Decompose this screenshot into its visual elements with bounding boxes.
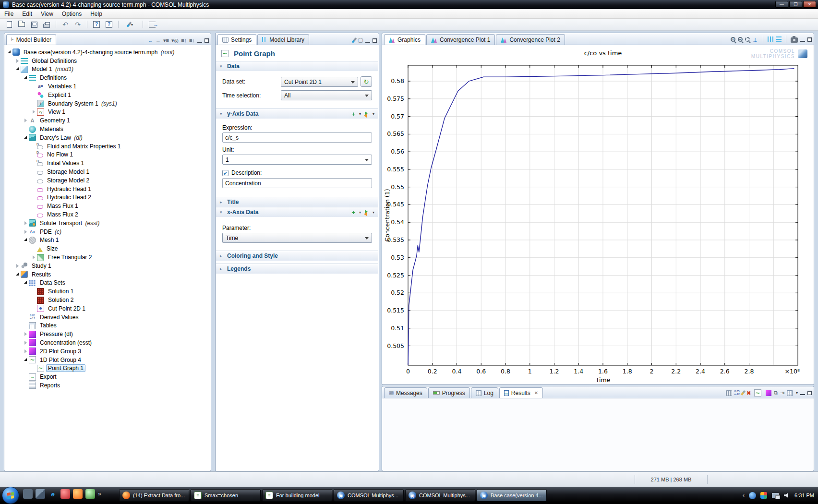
tree-item-materials[interactable]: Materials xyxy=(7,125,210,133)
expanded-arrow-icon[interactable] xyxy=(23,281,28,285)
expanded-arrow-icon[interactable] xyxy=(15,273,20,276)
data-set-combo[interactable]: Cut Point 2D 1 xyxy=(281,77,358,87)
table-graph-icon[interactable] xyxy=(754,389,761,396)
minimize-button[interactable]: — xyxy=(775,1,788,8)
save-button[interactable] xyxy=(29,20,39,29)
description-checkbox[interactable]: ✔ xyxy=(222,170,229,176)
x-grid-icon[interactable] xyxy=(776,36,782,42)
tree-item-solution-2[interactable]: Solution 2 xyxy=(7,296,210,304)
export-table-icon[interactable]: ⇥ xyxy=(780,390,784,396)
red-app-icon[interactable] xyxy=(60,489,70,499)
redo-button[interactable]: ↷ xyxy=(72,20,83,29)
plot-dataset-button[interactable]: ↻ xyxy=(361,76,372,87)
full-precision-icon[interactable] xyxy=(787,390,793,396)
tree-item-fluid-and-matrix-properties-1[interactable]: Fluid and Matrix Properties 1 xyxy=(7,142,210,151)
forward-arrow-icon[interactable]: → xyxy=(156,38,161,43)
tree-item-data-sets[interactable]: Data Sets xyxy=(7,279,210,288)
tree-item-view-1[interactable]: View 1 xyxy=(7,108,210,117)
menu-help[interactable]: Help xyxy=(86,10,107,18)
collapsed-arrow-icon[interactable] xyxy=(31,255,36,259)
tree-item-point-graph-1[interactable]: Point Graph 1 xyxy=(7,364,210,372)
menu-options[interactable]: Options xyxy=(58,10,86,18)
tree-item-boundary-system-1[interactable]: Boundary System 1 (sys1) xyxy=(7,99,210,108)
tree-item-solute-transport[interactable]: Solute Transport (esst) xyxy=(7,219,210,228)
network-icon[interactable] xyxy=(771,492,779,499)
quick-launch-overflow-icon[interactable]: » xyxy=(98,491,101,497)
expanded-arrow-icon[interactable] xyxy=(23,238,28,242)
tree-item-reports[interactable]: Reports xyxy=(7,381,210,390)
panel-maximize-icon[interactable] xyxy=(807,37,812,42)
menu-file[interactable]: File xyxy=(0,10,18,18)
tree-item-pde[interactable]: PDE (c) xyxy=(7,228,210,236)
add-expression-icon[interactable]: + xyxy=(351,209,355,216)
panel-maximize-icon[interactable] xyxy=(807,391,812,395)
delete-icon[interactable]: ✖ xyxy=(746,390,751,396)
tree-item-pressure-dl[interactable]: Pressure (dl) xyxy=(7,330,210,338)
documentation-button[interactable]: ? xyxy=(104,20,114,29)
tree-item-hydraulic-head-1[interactable]: Hydraulic Head 1 xyxy=(7,185,210,193)
snapshot-camera-icon[interactable] xyxy=(791,37,798,43)
green-app-icon[interactable] xyxy=(85,489,95,499)
time-selection-combo[interactable]: All xyxy=(281,90,372,100)
section-coloring-style[interactable]: ▸ Coloring and Style xyxy=(216,251,378,261)
tree-item-storage-model-2[interactable]: Storage Model 2 xyxy=(7,176,210,185)
tree-item-model-1[interactable]: Model 1 (mod1) xyxy=(7,65,210,74)
expanded-arrow-icon[interactable] xyxy=(23,136,28,140)
tab-progress[interactable]: Progress xyxy=(428,387,470,398)
export-button[interactable] xyxy=(147,20,157,29)
tree-item-concentration-esst[interactable]: Concentration (esst) xyxy=(7,338,210,347)
section-title[interactable]: ▸ Title xyxy=(216,197,378,207)
color-app-tray-icon[interactable] xyxy=(760,492,768,499)
tree-item-explicit-1[interactable]: Explicit 1 xyxy=(7,91,210,99)
start-button[interactable] xyxy=(2,487,19,504)
tree-item-cut-point-2d-1[interactable]: Cut Point 2D 1 xyxy=(7,304,210,313)
tab-convergence-plot-2[interactable]: Convergence Plot 2 xyxy=(496,34,565,45)
tree-item-global-definitions[interactable]: Global Definitions xyxy=(7,57,210,65)
tree-item-initial-values-1[interactable]: Initial Values 1 xyxy=(7,159,210,168)
zoom-out-icon[interactable]: − xyxy=(738,37,743,42)
tree-item-storage-model-1[interactable]: Storage Model 1 xyxy=(7,168,210,176)
move-up-icon[interactable]: ≡↑ xyxy=(181,38,187,43)
internet-explorer-icon[interactable]: e xyxy=(48,489,58,499)
collapsed-arrow-icon[interactable] xyxy=(23,221,28,225)
taskbar-button-for-building-model[interactable]: ≡For building model xyxy=(262,489,332,502)
tray-expand-icon[interactable]: ‹ xyxy=(743,492,745,499)
tab-convergence-plot-1[interactable]: Convergence Plot 1 xyxy=(426,34,495,45)
taskbar-button-base-case-version-4[interactable]: ◉Base case(version 4... xyxy=(477,489,547,502)
collapsed-arrow-icon[interactable] xyxy=(23,230,28,234)
surface-plot-icon[interactable] xyxy=(766,390,771,396)
zoom-in-icon[interactable]: + xyxy=(731,37,735,42)
unit-combo[interactable]: 1 xyxy=(222,155,372,165)
help-button[interactable]: ? xyxy=(91,20,102,29)
tree-item-base-case-version-4-2-4-changing-source-term-mph[interactable]: Base case(version 4.2)-4-changing source… xyxy=(7,48,210,57)
expanded-arrow-icon[interactable] xyxy=(23,358,28,362)
tree-item-results[interactable]: Results xyxy=(7,270,210,279)
expression-input[interactable] xyxy=(222,132,372,143)
taskbar-button-comsol-multiphys[interactable]: ◉COMSOL Multiphys... xyxy=(405,489,475,502)
restore-button[interactable]: ❐ xyxy=(789,1,802,8)
collapsed-arrow-icon[interactable] xyxy=(23,332,28,336)
open-file-button[interactable] xyxy=(16,20,27,29)
plot-in-new-window-icon[interactable]: 🖵 xyxy=(358,38,363,43)
clear-plot-button[interactable]: ▾ xyxy=(122,20,139,29)
section-y-axis-data[interactable]: ▾ y-Axis Data +▾ ▾ xyxy=(216,108,378,119)
tree-item-mesh-1[interactable]: Mesh 1 xyxy=(7,236,210,245)
dropdown-caret-icon[interactable]: ▾ xyxy=(796,391,798,395)
parameter-combo[interactable]: Time xyxy=(222,233,372,243)
derived-values-icon[interactable] xyxy=(734,390,740,396)
graphics-canvas[interactable]: COMSOL MULTIPHYSICS 00.20.40.60.811.21.4… xyxy=(383,46,813,384)
tree-item-tables[interactable]: Tables xyxy=(7,322,210,330)
add-expression-icon[interactable]: + xyxy=(351,111,355,117)
panel-minimize-icon[interactable] xyxy=(365,38,370,43)
new-file-button[interactable] xyxy=(4,20,14,29)
tree-item-derived-values[interactable]: Derived Values xyxy=(7,313,210,322)
tab-log[interactable]: Log xyxy=(471,387,498,398)
copy-table-icon[interactable]: ⧉ xyxy=(774,390,778,396)
panel-minimize-icon[interactable] xyxy=(800,37,805,42)
clear-table-icon[interactable] xyxy=(741,390,746,396)
tree-item-2d-plot-group-3[interactable]: 2D Plot Group 3 xyxy=(7,347,210,356)
tree-item-size[interactable]: Size xyxy=(7,244,210,253)
switch-windows-icon[interactable] xyxy=(36,489,45,499)
tab-messages[interactable]: ✉Messages xyxy=(384,387,427,398)
tree-item-mass-flux-2[interactable]: Mass Flux 2 xyxy=(7,210,210,219)
